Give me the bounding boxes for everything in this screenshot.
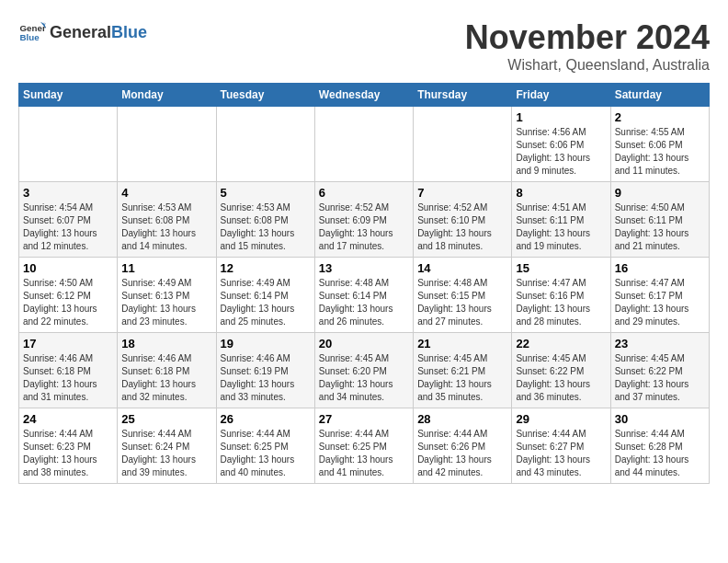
calendar-cell: 23Sunrise: 4:45 AM Sunset: 6:22 PM Dayli… <box>610 333 709 408</box>
day-number: 12 <box>221 261 311 275</box>
calendar-cell <box>216 107 314 182</box>
calendar-cell: 16Sunrise: 4:47 AM Sunset: 6:17 PM Dayli… <box>610 258 709 333</box>
day-number: 11 <box>121 261 211 275</box>
day-number: 25 <box>121 412 211 426</box>
subtitle: Wishart, Queensland, Australia <box>465 57 710 74</box>
calendar-cell: 10Sunrise: 4:50 AM Sunset: 6:12 PM Dayli… <box>19 258 118 333</box>
logo: General Blue GeneralBlue <box>18 18 147 46</box>
logo-text-general: General <box>50 23 111 42</box>
calendar: SundayMondayTuesdayWednesdayThursdayFrid… <box>18 83 710 484</box>
calendar-cell: 21Sunrise: 4:45 AM Sunset: 6:21 PM Dayli… <box>414 333 512 408</box>
day-info: Sunrise: 4:55 AM Sunset: 6:06 PM Dayligh… <box>615 126 705 178</box>
day-number: 7 <box>417 186 507 200</box>
day-info: Sunrise: 4:54 AM Sunset: 6:07 PM Dayligh… <box>23 201 113 253</box>
day-number: 22 <box>516 337 606 350</box>
day-number: 29 <box>516 412 606 426</box>
day-info: Sunrise: 4:53 AM Sunset: 6:08 PM Dayligh… <box>121 201 211 253</box>
calendar-cell: 2Sunrise: 4:55 AM Sunset: 6:06 PM Daylig… <box>610 107 709 182</box>
calendar-cell: 11Sunrise: 4:49 AM Sunset: 6:13 PM Dayli… <box>118 258 216 333</box>
day-number: 16 <box>615 261 705 275</box>
day-number: 28 <box>417 412 507 426</box>
header-day-friday: Friday <box>512 84 610 107</box>
day-info: Sunrise: 4:44 AM Sunset: 6:25 PM Dayligh… <box>319 428 409 479</box>
calendar-cell: 30Sunrise: 4:44 AM Sunset: 6:28 PM Dayli… <box>610 408 709 484</box>
day-number: 26 <box>221 412 311 426</box>
day-info: Sunrise: 4:49 AM Sunset: 6:13 PM Dayligh… <box>121 277 211 328</box>
day-info: Sunrise: 4:44 AM Sunset: 6:24 PM Dayligh… <box>121 428 211 479</box>
day-number: 2 <box>615 110 705 124</box>
day-info: Sunrise: 4:52 AM Sunset: 6:09 PM Dayligh… <box>319 201 409 253</box>
header-day-monday: Monday <box>118 84 216 107</box>
week-row-1: 1Sunrise: 4:56 AM Sunset: 6:06 PM Daylig… <box>19 107 710 182</box>
day-number: 13 <box>319 261 409 275</box>
day-info: Sunrise: 4:44 AM Sunset: 6:23 PM Dayligh… <box>23 428 113 479</box>
day-number: 27 <box>319 412 409 426</box>
calendar-cell: 18Sunrise: 4:46 AM Sunset: 6:18 PM Dayli… <box>118 333 216 408</box>
day-info: Sunrise: 4:48 AM Sunset: 6:14 PM Dayligh… <box>319 277 409 328</box>
day-info: Sunrise: 4:50 AM Sunset: 6:12 PM Dayligh… <box>23 277 113 328</box>
calendar-cell: 6Sunrise: 4:52 AM Sunset: 6:09 PM Daylig… <box>314 182 413 258</box>
calendar-cell: 25Sunrise: 4:44 AM Sunset: 6:24 PM Dayli… <box>118 408 216 484</box>
calendar-cell: 22Sunrise: 4:45 AM Sunset: 6:22 PM Dayli… <box>512 333 610 408</box>
calendar-cell <box>414 107 512 182</box>
day-number: 18 <box>121 337 211 350</box>
calendar-cell: 20Sunrise: 4:45 AM Sunset: 6:20 PM Dayli… <box>314 333 413 408</box>
calendar-cell: 5Sunrise: 4:53 AM Sunset: 6:08 PM Daylig… <box>216 182 314 258</box>
day-info: Sunrise: 4:47 AM Sunset: 6:17 PM Dayligh… <box>615 277 705 328</box>
week-row-4: 17Sunrise: 4:46 AM Sunset: 6:18 PM Dayli… <box>19 333 710 408</box>
day-number: 9 <box>615 186 705 200</box>
week-row-2: 3Sunrise: 4:54 AM Sunset: 6:07 PM Daylig… <box>19 182 710 258</box>
calendar-header: SundayMondayTuesdayWednesdayThursdayFrid… <box>19 84 710 107</box>
header: General Blue GeneralBlue November 2024 W… <box>18 18 710 74</box>
header-day-thursday: Thursday <box>414 84 512 107</box>
day-number: 23 <box>615 337 705 350</box>
day-info: Sunrise: 4:45 AM Sunset: 6:22 PM Dayligh… <box>516 352 606 404</box>
day-number: 5 <box>221 186 311 200</box>
day-number: 14 <box>417 261 507 275</box>
day-info: Sunrise: 4:44 AM Sunset: 6:25 PM Dayligh… <box>221 428 311 479</box>
day-info: Sunrise: 4:50 AM Sunset: 6:11 PM Dayligh… <box>615 201 705 253</box>
svg-text:Blue: Blue <box>20 32 40 42</box>
day-info: Sunrise: 4:47 AM Sunset: 6:16 PM Dayligh… <box>516 277 606 328</box>
day-info: Sunrise: 4:53 AM Sunset: 6:08 PM Dayligh… <box>221 201 311 253</box>
day-number: 15 <box>516 261 606 275</box>
day-info: Sunrise: 4:46 AM Sunset: 6:19 PM Dayligh… <box>221 352 311 404</box>
day-number: 6 <box>319 186 409 200</box>
calendar-cell: 26Sunrise: 4:44 AM Sunset: 6:25 PM Dayli… <box>216 408 314 484</box>
day-info: Sunrise: 4:44 AM Sunset: 6:27 PM Dayligh… <box>516 428 606 479</box>
calendar-cell: 14Sunrise: 4:48 AM Sunset: 6:15 PM Dayli… <box>414 258 512 333</box>
day-info: Sunrise: 4:46 AM Sunset: 6:18 PM Dayligh… <box>23 352 113 404</box>
day-info: Sunrise: 4:44 AM Sunset: 6:28 PM Dayligh… <box>615 428 705 479</box>
header-day-sunday: Sunday <box>19 84 118 107</box>
logo-text-blue: Blue <box>111 23 147 42</box>
calendar-cell: 28Sunrise: 4:44 AM Sunset: 6:26 PM Dayli… <box>414 408 512 484</box>
header-day-tuesday: Tuesday <box>216 84 314 107</box>
day-number: 8 <box>516 186 606 200</box>
day-info: Sunrise: 4:45 AM Sunset: 6:22 PM Dayligh… <box>615 352 705 404</box>
day-info: Sunrise: 4:45 AM Sunset: 6:21 PM Dayligh… <box>417 352 507 404</box>
day-info: Sunrise: 4:49 AM Sunset: 6:14 PM Dayligh… <box>221 277 311 328</box>
calendar-cell: 8Sunrise: 4:51 AM Sunset: 6:11 PM Daylig… <box>512 182 610 258</box>
week-row-3: 10Sunrise: 4:50 AM Sunset: 6:12 PM Dayli… <box>19 258 710 333</box>
week-row-5: 24Sunrise: 4:44 AM Sunset: 6:23 PM Dayli… <box>19 408 710 484</box>
day-info: Sunrise: 4:48 AM Sunset: 6:15 PM Dayligh… <box>417 277 507 328</box>
calendar-cell <box>118 107 216 182</box>
day-info: Sunrise: 4:45 AM Sunset: 6:20 PM Dayligh… <box>319 352 409 404</box>
day-number: 30 <box>615 412 705 426</box>
calendar-cell <box>19 107 118 182</box>
calendar-body: 1Sunrise: 4:56 AM Sunset: 6:06 PM Daylig… <box>19 107 710 484</box>
header-day-wednesday: Wednesday <box>314 84 413 107</box>
calendar-cell: 1Sunrise: 4:56 AM Sunset: 6:06 PM Daylig… <box>512 107 610 182</box>
header-row: SundayMondayTuesdayWednesdayThursdayFrid… <box>19 84 710 107</box>
calendar-cell: 27Sunrise: 4:44 AM Sunset: 6:25 PM Dayli… <box>314 408 413 484</box>
main-title: November 2024 <box>465 18 710 57</box>
day-number: 3 <box>23 186 113 200</box>
header-day-saturday: Saturday <box>610 84 709 107</box>
day-number: 20 <box>319 337 409 350</box>
calendar-cell: 17Sunrise: 4:46 AM Sunset: 6:18 PM Dayli… <box>19 333 118 408</box>
day-number: 21 <box>417 337 507 350</box>
calendar-cell: 13Sunrise: 4:48 AM Sunset: 6:14 PM Dayli… <box>314 258 413 333</box>
day-number: 4 <box>121 186 211 200</box>
calendar-cell: 9Sunrise: 4:50 AM Sunset: 6:11 PM Daylig… <box>610 182 709 258</box>
day-number: 1 <box>516 110 606 124</box>
